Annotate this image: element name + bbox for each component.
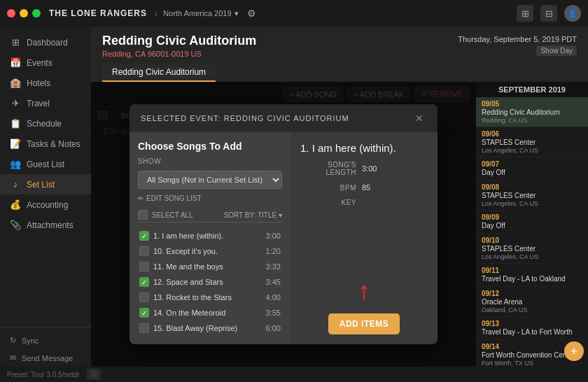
sidebar-item-hotels[interactable]: 🏨 Hotels [0, 73, 91, 93]
sidebar-item-travel[interactable]: ✈ Travel [0, 93, 91, 113]
sidebar-item-schedule[interactable]: 📋 Schedule [0, 113, 91, 134]
sidebar-label-setlist: Set List [27, 180, 55, 190]
song-duration: 3:00 [266, 232, 281, 240]
sidebar-item-dashboard[interactable]: ⊞ Dashboard [0, 32, 91, 52]
song-list-item[interactable]: ✓ 14. On the Meteoroid 3:55 [138, 305, 282, 320]
arrow-up-icon: ↑ [358, 278, 370, 304]
select-all-songs-checkbox[interactable] [138, 210, 148, 220]
selected-song-title: 1. I am here (within). [300, 142, 428, 154]
sidebar-item-events[interactable]: 📅 Events [0, 52, 91, 73]
region-selector[interactable]: North America 2019 ▾ [163, 9, 238, 18]
title-bar: THE LONE RANGERS › North America 2019 ▾ … [0, 0, 588, 27]
settings-gear-icon[interactable]: ⚙ [247, 8, 256, 19]
tab-redding[interactable]: Redding Civic Auditorium [102, 64, 216, 82]
song-list-item[interactable]: 15. Blast Away (Reprise) 6:00 [138, 320, 282, 336]
calendar-event-item[interactable]: 09/10 STAPLES Center Los Angeles, CA US [476, 234, 588, 264]
cal-date: 09/07 [482, 160, 582, 168]
song-checkbox[interactable] [139, 292, 149, 302]
calendar-event-item[interactable]: 09/06 STAPLES Center Los Angeles, CA US [476, 127, 588, 157]
song-checkbox[interactable]: ✓ [139, 231, 149, 241]
show-songs-dropdown[interactable]: All Songs (Not in Current Set List) [138, 171, 282, 189]
song-name: 12. Space and Stars [153, 278, 262, 286]
top-bar: Redding Civic Auditorium Redding, CA 960… [91, 27, 588, 82]
song-checkbox[interactable] [139, 246, 149, 256]
sidebar-sync[interactable]: ↻ Sync [0, 332, 91, 349]
sidebar-label-attachments: Attachments [27, 220, 74, 230]
calendar-event-item[interactable]: 09/13 Travel Day - LA to Fort Worth [476, 317, 588, 340]
add-items-button[interactable]: ADD ITEMS [328, 313, 400, 334]
main-layout: ⊞ Dashboard 📅 Events 🏨 Hotels ✈ Travel 📋… [0, 27, 588, 367]
cal-venue: STAPLES Center [482, 191, 582, 200]
song-checkbox[interactable] [139, 323, 149, 333]
send-message-icon: ✉ [10, 353, 16, 362]
calendar-event-item[interactable]: 09/08 STAPLES Center Los Angeles, CA US [476, 181, 588, 211]
accounting-icon: 💰 [10, 199, 21, 210]
cal-venue: Day Off [482, 168, 582, 177]
setlist-icon: ♪ [10, 179, 21, 190]
grid-icon[interactable]: ⊟ [540, 5, 557, 22]
calendar-month-header: SEPTEMBER 2019 [476, 82, 588, 97]
sidebar-bottom: ↻ Sync ✉ Send Message [0, 327, 91, 367]
maximize-button[interactable] [32, 9, 41, 17]
calendar-event-item[interactable]: 09/07 Day Off [476, 157, 588, 181]
sidebar-item-accounting[interactable]: 💰 Accounting [0, 194, 91, 215]
cal-venue: Day Off [482, 221, 582, 230]
song-list-item[interactable]: ✓ 1. I am here (within). 3:00 [138, 228, 282, 243]
sidebar-label-dashboard: Dashboard [27, 38, 68, 48]
sidebar-label-events: Events [27, 58, 52, 68]
sidebar-item-setlist[interactable]: ♪ Set List [0, 174, 91, 194]
close-button[interactable] [7, 9, 15, 17]
calendar-event-item[interactable]: 09/12 Oracle Arena Oakland, CA US [476, 287, 588, 317]
guestlist-icon: 👥 [10, 159, 21, 169]
select-all-label: SELECT ALL [152, 211, 193, 219]
calendar-event-item[interactable]: 09/05 Redding Civic Auditorium Redding, … [476, 97, 588, 127]
cal-location: Los Angeles, CA US [482, 200, 582, 207]
song-checkbox[interactable]: ✓ [139, 308, 149, 318]
tasks-icon: 📝 [10, 139, 21, 149]
song-list-item[interactable]: 13. Rocket to the Stars 4:00 [138, 290, 282, 305]
add-event-button[interactable]: + [564, 341, 584, 361]
sidebar: ⊞ Dashboard 📅 Events 🏨 Hotels ✈ Travel 📋… [0, 27, 91, 367]
sidebar-label-accounting: Accounting [27, 200, 68, 210]
traffic-lights [7, 9, 41, 17]
bpm-label: BPM [300, 184, 356, 192]
events-icon: 📅 [10, 57, 21, 68]
song-list-item[interactable]: 11. Me and the boys 3:33 [138, 259, 282, 274]
minimize-button[interactable] [20, 9, 28, 17]
status-version: ⓪ [87, 369, 101, 380]
song-list-item[interactable]: 10. Except it's you. 1:20 [138, 243, 282, 259]
key-label: KEY [300, 199, 356, 206]
edit-song-list-button[interactable]: ✏ ✏ EDIT SONG LIST EDIT SONG LIST [138, 194, 282, 202]
sidebar-item-tasks[interactable]: 📝 Tasks & Notes [0, 134, 91, 154]
calendar-event-item[interactable]: 09/11 Travel Day - LA to Oakland [476, 264, 588, 287]
song-name: 15. Blast Away (Reprise) [153, 324, 262, 332]
cal-location: Los Angeles, CA US [482, 147, 582, 154]
modal-body: Choose Songs To Add SHOW All Songs (Not … [130, 132, 438, 344]
modal-close-button[interactable]: ✕ [412, 111, 426, 125]
user-avatar[interactable]: 👤 [564, 5, 581, 22]
event-date: Thursday, September 5, 2019 PDT [458, 35, 577, 43]
mini-calendar: SEPTEMBER 2019 09/05 Redding Civic Audit… [476, 82, 588, 367]
schedule-icon: 📋 [10, 118, 21, 129]
song-checkbox[interactable] [139, 262, 149, 271]
sidebar-item-attachments[interactable]: 📎 Attachments [0, 215, 91, 235]
sidebar-item-guestlist[interactable]: 👥 Guest List [0, 154, 91, 174]
screen-icon[interactable]: ⊞ [517, 5, 533, 22]
check-mark-icon: ✓ [141, 232, 147, 240]
modal-header: SELECTED EVENT: REDDING CIVIC AUDITORIUM… [130, 104, 438, 132]
sidebar-label-guestlist: Guest List [27, 160, 64, 169]
song-list-item[interactable]: ✓ 12. Space and Stars 3:45 [138, 274, 282, 290]
modal-right-panel: 1. I am here (within). SONG'S LENGTH 3:0… [290, 132, 438, 344]
cal-location: Los Angeles, CA US [482, 253, 582, 260]
bpm-row: BPM 85 [300, 183, 428, 192]
calendar-event-item[interactable]: 09/09 Day Off [476, 211, 588, 234]
sidebar-send-message[interactable]: ✉ Send Message [0, 349, 91, 367]
song-checkbox[interactable]: ✓ [139, 277, 149, 287]
attachments-icon: 📎 [10, 220, 21, 230]
sort-by-title[interactable]: SORT BY: TITLE ▾ [224, 211, 282, 219]
sync-icon: ↻ [10, 336, 16, 345]
modal-overlay: SELECTED EVENT: REDDING CIVIC AUDITORIUM… [91, 82, 476, 367]
choose-songs-title: Choose Songs To Add [138, 141, 282, 152]
song-duration: 3:33 [266, 262, 281, 271]
content-area: Redding Civic Auditorium Redding, CA 960… [91, 27, 588, 367]
